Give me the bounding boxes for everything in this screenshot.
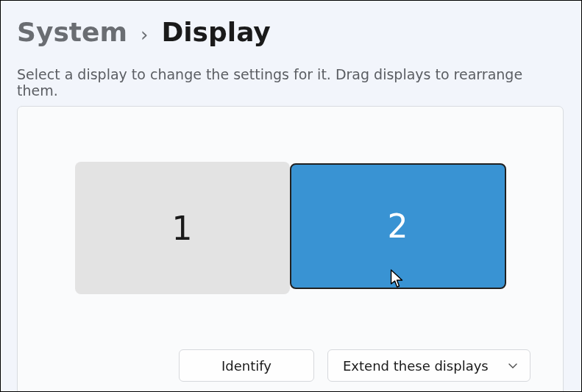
breadcrumb: System › Display <box>17 17 564 47</box>
breadcrumb-parent-link[interactable]: System <box>17 17 127 47</box>
monitor-label: 1 <box>172 210 193 247</box>
display-controls: Identify Extend these displays <box>40 349 541 382</box>
helper-text: Select a display to change the settings … <box>17 66 564 99</box>
cursor-icon <box>389 258 405 277</box>
chevron-right-icon: › <box>141 24 148 46</box>
identify-button[interactable]: Identify <box>179 349 314 382</box>
monitor-2[interactable]: 2 <box>290 163 506 289</box>
monitors-container: 1 2 <box>40 143 541 313</box>
display-arrange-panel: 1 2 Identify Extend these displays <box>17 106 564 392</box>
chevron-down-icon <box>508 360 518 371</box>
page-title: Display <box>161 17 270 47</box>
identify-button-label: Identify <box>221 358 272 374</box>
extend-displays-label: Extend these displays <box>343 358 489 374</box>
monitor-1[interactable]: 1 <box>75 162 290 294</box>
monitor-label: 2 <box>388 207 408 245</box>
extend-displays-dropdown[interactable]: Extend these displays <box>327 349 530 382</box>
